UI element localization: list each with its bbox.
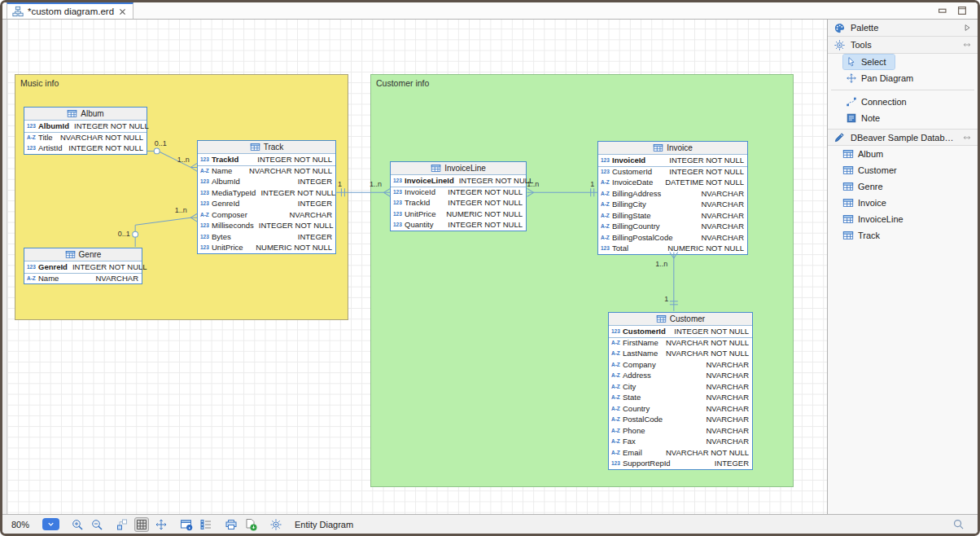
column-total[interactable]: 123TotalNUMERIC NOT NULL — [598, 243, 747, 254]
flyout-arrow-icon[interactable] — [962, 23, 972, 33]
column-genreid[interactable]: 123GenreIdINTEGER NOT NULL — [24, 261, 142, 273]
entity-header[interactable]: InvoiceLine — [391, 162, 526, 175]
column-trackid[interactable]: 123TrackIdINTEGER NOT NULL — [198, 154, 335, 165]
column-quantity[interactable]: 123QuantityINTEGER NOT NULL — [391, 219, 526, 231]
column-company[interactable]: A-ZCompanyNVARCHAR — [609, 359, 752, 371]
entity-header[interactable]: Invoice — [598, 142, 747, 155]
column-address[interactable]: A-ZAddressNVARCHAR — [609, 370, 752, 381]
close-icon[interactable] — [118, 7, 127, 16]
column-lastname[interactable]: A-ZLastNameNVARCHAR NOT NULL — [609, 348, 752, 359]
column-name: AlbumId — [212, 177, 240, 186]
database-section-header[interactable]: DBeaver Sample Database ... — [828, 129, 978, 146]
maximize-icon[interactable] — [956, 5, 968, 16]
column-albumid[interactable]: 123AlbumIdINTEGER — [198, 176, 335, 187]
palette-tool-pan-diagram[interactable]: Pan Diagram — [828, 70, 978, 86]
zoom-level-combo[interactable]: 80% — [11, 518, 59, 530]
column-type: NVARCHAR — [701, 382, 749, 391]
entity-customer[interactable]: Customer123CustomerIdINTEGER NOT NULLA-Z… — [608, 312, 753, 470]
column-billingstate[interactable]: A-ZBillingStateNVARCHAR — [598, 210, 747, 222]
diagram-canvas[interactable]: Music infoCustomer infoAlbum123AlbumIdIN… — [2, 20, 827, 514]
zoom-out-button[interactable] — [90, 517, 104, 532]
column-type: NVARCHAR — [696, 211, 744, 220]
column-name[interactable]: A-ZNameNVARCHAR — [24, 273, 142, 284]
column-unitprice[interactable]: 123UnitPriceNUMERIC NOT NULL — [198, 242, 335, 253]
palette-table-track[interactable]: Track — [828, 227, 978, 244]
entity-album[interactable]: Album123AlbumIdINTEGER NOT NULLA-ZTitleN… — [24, 107, 147, 155]
search-button[interactable] — [952, 517, 965, 531]
palette-table-album[interactable]: Album — [828, 146, 978, 162]
diagram-properties-button[interactable] — [179, 517, 194, 532]
column-firstname[interactable]: A-ZFirstNameNVARCHAR NOT NULL — [609, 337, 752, 349]
palette-tool-note[interactable]: Note — [828, 110, 978, 126]
column-email[interactable]: A-ZEmailNVARCHAR NOT NULL — [609, 447, 752, 459]
palette-table-invoice[interactable]: Invoice — [828, 195, 978, 211]
zoom-in-button[interactable] — [70, 517, 85, 532]
column-invoicedate[interactable]: A-ZInvoiceDateDATETIME NOT NULL — [598, 177, 747, 188]
tab-title: *custom diagram.erd — [28, 7, 114, 16]
column-genreid[interactable]: 123GenreIdINTEGER — [198, 198, 335, 209]
column-customerid[interactable]: 123CustomerIdINTEGER NOT NULL — [609, 326, 752, 337]
entity-track[interactable]: Track123TrackIdINTEGER NOT NULLA-ZNameNV… — [197, 140, 336, 254]
column-type: INTEGER NOT NULL — [669, 327, 749, 336]
column-country[interactable]: A-ZCountryNVARCHAR — [609, 403, 752, 415]
palette-table-customer[interactable]: Customer — [828, 162, 978, 178]
entity-header[interactable]: Customer — [609, 313, 752, 326]
column-phone[interactable]: A-ZPhoneNVARCHAR — [609, 425, 752, 437]
tool-group — [224, 517, 258, 532]
column-albumid[interactable]: 123AlbumIdINTEGER NOT NULL — [24, 121, 147, 132]
text-type-icon: A-Z — [601, 235, 612, 240]
palette-table-invoiceline[interactable]: InvoiceLine — [828, 211, 978, 227]
pin-icon[interactable] — [962, 40, 972, 50]
column-state[interactable]: A-ZStateNVARCHAR — [609, 392, 752, 403]
toggle-grid-button[interactable] — [134, 517, 149, 532]
column-name[interactable]: A-ZNameNVARCHAR NOT NULL — [198, 165, 335, 177]
palette-header[interactable]: Palette — [828, 20, 978, 37]
column-invoicelineid[interactable]: 123InvoiceLineIdINTEGER NOT NULL — [391, 175, 526, 187]
fit-page-button[interactable] — [154, 517, 168, 532]
export-diagram-button[interactable] — [243, 517, 258, 532]
column-trackid[interactable]: 123TrackIdINTEGER NOT NULL — [391, 197, 526, 209]
diagram-settings-button[interactable] — [269, 517, 283, 532]
column-city[interactable]: A-ZCityNVARCHAR — [609, 381, 752, 393]
entity-header[interactable]: Track — [198, 141, 335, 154]
minimize-icon[interactable] — [937, 5, 948, 16]
column-unitprice[interactable]: 123UnitPriceNUMERIC NOT NULL — [391, 209, 526, 220]
column-invoiceid[interactable]: 123InvoiceIdINTEGER NOT NULL — [598, 155, 747, 166]
column-customerid[interactable]: 123CustomerIdINTEGER NOT NULL — [598, 166, 747, 178]
column-mediatypeid[interactable]: 123MediaTypeIdINTEGER NOT NULL — [198, 187, 335, 199]
table-icon — [431, 163, 441, 174]
column-billingpostalcode[interactable]: A-ZBillingPostalCodeNVARCHAR — [598, 232, 747, 244]
palette-tool-connection[interactable]: Connection — [828, 94, 978, 110]
toggle-outline-button[interactable] — [199, 517, 213, 532]
column-invoiceid[interactable]: 123InvoiceIdINTEGER NOT NULL — [391, 187, 526, 198]
palette-tool-select[interactable]: Select — [828, 54, 978, 70]
column-billingcity[interactable]: A-ZBillingCityNVARCHAR — [598, 199, 747, 210]
column-fax[interactable]: A-ZFaxNVARCHAR — [609, 436, 752, 447]
entity-header[interactable]: Album — [24, 108, 147, 121]
tools-section-header[interactable]: Tools — [828, 37, 978, 54]
text-type-icon: A-Z — [27, 275, 38, 281]
column-postalcode[interactable]: A-ZPostalCodeNVARCHAR — [609, 414, 752, 425]
tab-custom-diagram-erd[interactable]: *custom diagram.erd — [7, 2, 133, 19]
column-milliseconds[interactable]: 123MillisecondsINTEGER NOT NULL — [198, 220, 335, 231]
entity-genre[interactable]: Genre123GenreIdINTEGER NOT NULLA-ZNameNV… — [24, 248, 142, 284]
entity-header[interactable]: Genre — [24, 248, 142, 261]
entity-invoiceline[interactable]: InvoiceLine123InvoiceLineIdINTEGER NOT N… — [390, 161, 527, 231]
palette-table-genre[interactable]: Genre — [828, 178, 978, 195]
entity-title: Genre — [79, 250, 102, 259]
column-billingaddress[interactable]: A-ZBillingAddressNVARCHAR — [598, 188, 747, 200]
column-bytes[interactable]: 123BytesINTEGER — [198, 231, 335, 243]
numeric-type-icon: 123 — [611, 460, 623, 466]
entity-invoice[interactable]: Invoice123InvoiceIdINTEGER NOT NULL123Cu… — [597, 141, 748, 255]
column-billingcountry[interactable]: A-ZBillingCountryNVARCHAR — [598, 221, 747, 232]
column-title[interactable]: A-ZTitleNVARCHAR NOT NULL — [24, 132, 147, 143]
arrange-layout-button[interactable] — [115, 517, 129, 532]
column-supportrepid[interactable]: 123SupportRepIdINTEGER — [609, 458, 752, 469]
print-diagram-button[interactable] — [224, 517, 238, 532]
table-icon — [842, 230, 854, 241]
pin-icon[interactable] — [962, 133, 972, 143]
column-composer[interactable]: A-ZComposerNVARCHAR — [198, 209, 335, 221]
zoom-dropdown-button[interactable] — [42, 518, 59, 530]
column-artistid[interactable]: 123ArtistIdINTEGER NOT NULL — [24, 143, 147, 154]
column-type: NVARCHAR NOT NULL — [661, 349, 749, 358]
